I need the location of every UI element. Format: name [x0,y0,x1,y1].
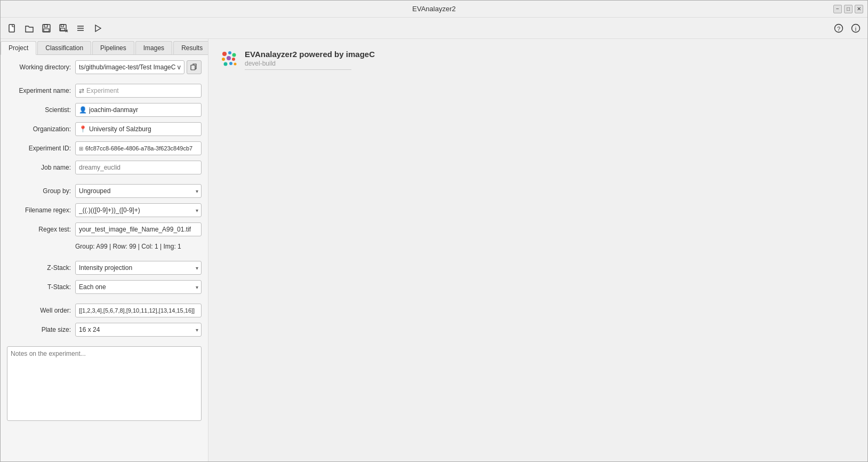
help-icon: ? [834,23,843,33]
app-info: EVAnalayzer2 powered by imageC devel-bui… [245,50,375,70]
svg-point-23 [229,62,232,65]
save-button[interactable] [39,21,54,36]
svg-point-19 [222,58,225,61]
tstack-select[interactable]: Each one All together [75,280,202,294]
group-by-select-wrapper: Ungrouped By group By plate ▾ [75,184,202,198]
run-button[interactable] [90,21,105,36]
title-bar: EVAnalayzer2 − □ ✕ [1,1,867,18]
help-button[interactable]: ? [831,21,846,36]
main-content: Project Classification Pipelines Images … [1,39,867,461]
working-directory-field-group [75,60,202,74]
close-button[interactable]: ✕ [855,5,863,13]
tab-images[interactable]: Images [135,41,172,54]
open-button[interactable] [22,21,37,36]
notes-textarea[interactable] [7,346,202,421]
app-name: EVAnalayzer2 powered by imageC [245,50,375,59]
experiment-icon: ⇄ [79,87,84,94]
svg-point-20 [227,56,231,60]
experiment-id-input[interactable] [85,145,198,152]
tab-project[interactable]: Project [1,41,36,55]
well-order-input[interactable] [75,304,202,317]
tab-classification[interactable]: Classification [37,41,91,54]
info-button[interactable]: i [848,21,863,36]
tab-results[interactable]: Results [173,41,208,54]
maximize-button[interactable]: □ [844,5,853,13]
tab-pipelines[interactable]: Pipelines [92,41,134,54]
plate-size-select-wrapper: 16 x 24 8 x 12 4 x 6 ▾ [75,323,202,337]
right-panel: EVAnalayzer2 powered by imageC devel-bui… [208,39,867,461]
zstack-select[interactable]: Intensity projection Max projection Each… [75,261,202,275]
zstack-select-wrapper: Intensity projection Max projection Each… [75,261,202,275]
tstack-select-wrapper: Each one All together ▾ [75,280,202,294]
project-form: Working directory: Experime [1,55,208,461]
plate-size-select[interactable]: 16 x 24 8 x 12 4 x 6 [75,323,202,337]
browse-button[interactable] [187,60,202,74]
spacer-2 [7,180,202,184]
filename-regex-select[interactable]: _((.)(([0-9]+))_([0-9]+) [75,203,202,217]
job-name-label: Job name: [7,164,71,171]
new-icon [7,23,17,33]
job-name-input[interactable] [75,161,202,174]
filename-regex-label: Filename regex: [7,206,71,214]
filename-regex-row: Filename regex: _((.)(([0-9]+))_([0-9]+)… [7,203,202,217]
experiment-id-row: Experiment ID: ⊞ [7,141,202,155]
spacer-5 [7,342,202,346]
regex-test-input[interactable] [75,222,202,236]
info-icon: i [851,23,861,33]
organization-label: Organization: [7,125,71,133]
minimize-button[interactable]: − [833,5,842,13]
group-info: Group: A99 | Row: 99 | Col: 1 | Img: 1 [75,242,181,251]
zstack-label: Z-Stack: [7,264,71,272]
new-button[interactable] [5,21,20,36]
tab-bar: Project Classification Pipelines Images … [1,39,208,55]
filename-regex-select-wrapper: _((.)(([0-9]+))_([0-9]+) ▾ [75,203,202,217]
id-icon: ⊞ [79,146,83,152]
organization-row: Organization: 📍 [7,122,202,136]
scientist-row: Scientist: 👤 [7,103,202,117]
scientist-field-group: 👤 [75,103,202,117]
group-info-row: Group: A99 | Row: 99 | Col: 1 | Img: 1 [7,242,202,251]
svg-point-21 [232,58,235,61]
svg-point-18 [232,53,236,57]
svg-rect-0 [9,25,14,32]
spacer-1 [7,79,202,84]
plate-size-row: Plate size: 16 x 24 8 x 12 4 x 6 ▾ [7,323,202,337]
left-panel: Project Classification Pipelines Images … [1,39,208,461]
svg-point-24 [234,63,237,66]
plate-size-label: Plate size: [7,326,71,333]
regex-test-label: Regex test: [7,226,71,233]
tstack-label: T-Stack: [7,283,71,291]
svg-rect-15 [191,65,195,70]
browse-icon [190,63,198,71]
organization-field-group: 📍 [75,122,202,136]
experiment-name-label: Experiment name: [7,87,71,94]
organization-input[interactable] [89,125,198,133]
list-button[interactable] [73,21,88,36]
well-order-row: Well order: [7,304,202,317]
svg-point-16 [222,52,227,56]
svg-marker-10 [95,25,101,31]
working-directory-input[interactable] [75,60,184,74]
working-directory-label: Working directory: [7,63,71,71]
experiment-id-field-group: ⊞ [75,141,202,155]
notes-row [7,346,202,421]
window-controls: − □ ✕ [833,5,863,13]
regex-test-row: Regex test: [7,222,202,236]
spacer-3 [7,257,202,261]
list-icon [76,23,85,33]
run-icon [93,23,102,33]
person-icon: 👤 [79,106,87,114]
main-window: EVAnalayzer2 − □ ✕ [0,0,868,462]
svg-point-22 [224,62,228,66]
svg-text:i: i [855,25,856,31]
toolbar: ? i [1,18,867,39]
job-name-row: Job name: [7,161,202,174]
scientist-input[interactable] [89,106,198,114]
zstack-row: Z-Stack: Intensity projection Max projec… [7,261,202,275]
svg-rect-2 [44,25,47,27]
saveas-button[interactable] [56,21,71,36]
group-by-select[interactable]: Ungrouped By group By plate [75,184,202,198]
logo-separator [245,69,351,70]
experiment-id-label: Experiment ID: [7,145,71,152]
experiment-name-input[interactable] [86,87,198,94]
